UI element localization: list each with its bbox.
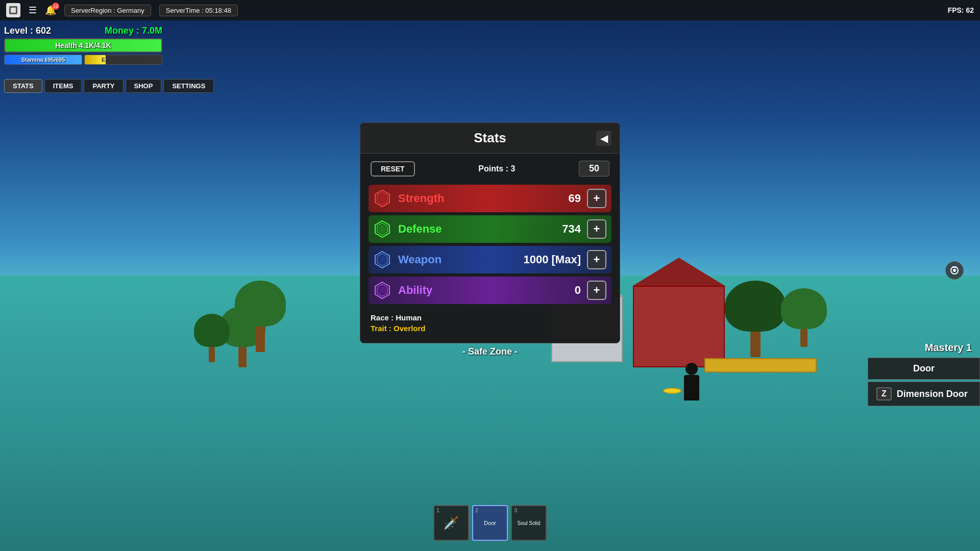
ability-plus-button[interactable]: + <box>587 281 606 300</box>
weapon-value: 1000 [Max] <box>523 253 581 266</box>
npc-head <box>685 363 698 375</box>
strength-icon-area <box>369 185 396 212</box>
ground-item <box>663 388 681 394</box>
tab-shop[interactable]: SHOP <box>126 79 162 93</box>
defense-value: 734 <box>530 222 581 236</box>
building-red-roof <box>633 258 725 286</box>
defense-hex-icon <box>373 220 391 238</box>
stat-row-weapon: Weapon 1000 [Max] + <box>369 246 611 273</box>
defense-icon-area <box>369 215 396 243</box>
notification-badge: 12 <box>52 3 59 10</box>
strength-hex-icon <box>373 189 391 208</box>
hotbar-slot-3[interactable]: 3 Soul Solid <box>511 505 547 541</box>
points-input[interactable] <box>579 161 609 177</box>
nav-tabs: STATS ITEMS PARTY SHOP SETTINGS <box>4 79 214 93</box>
ability-value: 0 <box>530 284 581 297</box>
weapon-name: Weapon <box>396 253 523 266</box>
slot-label-2: Door <box>484 520 496 526</box>
level-money-row: Level : 602 Money : 7.0M <box>4 26 162 36</box>
mastery-panel: Mastery 1 Door Z Dimension Door <box>868 342 980 408</box>
hotbar-slot-1[interactable]: 1 🗡️ <box>433 505 469 541</box>
strength-plus-button[interactable]: + <box>587 189 606 208</box>
hotbar-slot-2[interactable]: 2 Door <box>472 505 508 541</box>
roblox-logo <box>6 3 20 17</box>
top-bar: ☰ 🔔 12 ServerRegion : Germany ServerTime… <box>0 0 980 20</box>
weapon-icon-area <box>369 246 396 273</box>
stamina-bar: Stamina 695/695 <box>4 55 82 65</box>
svg-rect-1 <box>11 8 16 13</box>
menu-button[interactable]: ☰ <box>29 5 37 16</box>
tab-stats[interactable]: STATS <box>4 79 42 93</box>
stat-row-defense: Defense 734 + <box>369 215 611 243</box>
hotbar: 1 🗡️ 2 Door 3 Soul Solid <box>433 505 547 541</box>
svg-point-15 <box>953 269 956 272</box>
level-display: Level : 602 <box>4 26 51 36</box>
tree-4 <box>725 281 786 357</box>
exp-text: Exp 19.9K/74.0K <box>102 57 145 63</box>
dimension-door-label: Dimension Door <box>897 389 968 399</box>
slot-number-2: 2 <box>475 507 478 513</box>
ability-name: Ability <box>396 284 530 297</box>
tab-party[interactable]: PARTY <box>84 79 123 93</box>
stat-row-strength: Strength 69 + <box>369 185 611 212</box>
strength-value: 69 <box>530 192 581 205</box>
server-time: ServerTime : 05:18:48 <box>159 5 238 16</box>
stats-header: Stats ◀ <box>360 123 620 154</box>
race-text: Race : Human <box>371 313 609 322</box>
slot-label-3: Soul Solid <box>517 520 540 526</box>
tree-3 <box>235 281 286 352</box>
hud-topleft: Level : 602 Money : 7.0M Health 4.1K/4.1… <box>4 26 162 65</box>
z-key: Z <box>876 387 892 400</box>
server-region: ServerRegion : Germany <box>64 5 151 16</box>
points-label: Points : 3 <box>478 164 515 173</box>
mastery-dimension-door-item: Z Dimension Door <box>868 382 980 406</box>
stats-controls: RESET Points : 3 <box>360 154 620 182</box>
health-bar-text: Health 4.1K/4.1K <box>55 41 111 49</box>
stamina-text: Stamina 695/695 <box>21 57 65 63</box>
slot-icon-1: 🗡️ <box>444 516 459 530</box>
fps-counter: FPS: 62 <box>948 6 974 14</box>
trait-text: Trait : Overlord <box>371 324 609 333</box>
building-red <box>633 286 725 367</box>
defense-plus-button[interactable]: + <box>587 219 606 239</box>
ability-icon-area <box>369 277 396 304</box>
weapon-hex-icon <box>373 251 391 269</box>
stamina-exp-row: Stamina 695/695 Exp 19.9K/74.0K <box>4 55 162 65</box>
close-button[interactable]: ◀ <box>596 131 611 146</box>
tree-2 <box>194 314 230 362</box>
notification-button[interactable]: 🔔 12 <box>45 5 56 16</box>
tab-items[interactable]: ITEMS <box>44 79 82 93</box>
health-bar: Health 4.1K/4.1K <box>4 38 162 53</box>
slot-number-1: 1 <box>436 507 439 513</box>
defense-name: Defense <box>396 222 530 236</box>
safe-zone-label: - Safe Zone - <box>462 346 518 357</box>
weapon-plus-button[interactable]: + <box>587 250 606 269</box>
strength-name: Strength <box>396 192 530 205</box>
exp-bar: Exp 19.9K/74.0K <box>84 55 162 65</box>
slot-number-3: 3 <box>514 507 517 513</box>
stats-modal: Stats ◀ RESET Points : 3 Strength 69 + <box>360 122 620 343</box>
race-trait-section: Race : Human Trait : Overlord <box>360 307 620 333</box>
money-display: Money : 7.0M <box>105 26 162 36</box>
mastery-door-item: Door <box>868 358 980 380</box>
screenshot-button[interactable] <box>945 261 964 280</box>
yellow-beam <box>704 358 817 372</box>
tree-5 <box>781 288 827 347</box>
mastery-title: Mastery 1 <box>868 342 980 354</box>
reset-button[interactable]: RESET <box>371 161 415 177</box>
svg-rect-16 <box>952 266 957 268</box>
stats-title: Stats <box>474 130 506 146</box>
tab-settings[interactable]: SETTINGS <box>163 79 214 93</box>
npc-character <box>684 375 699 400</box>
ability-hex-icon <box>373 281 391 299</box>
stat-row-ability: Ability 0 + <box>369 277 611 304</box>
